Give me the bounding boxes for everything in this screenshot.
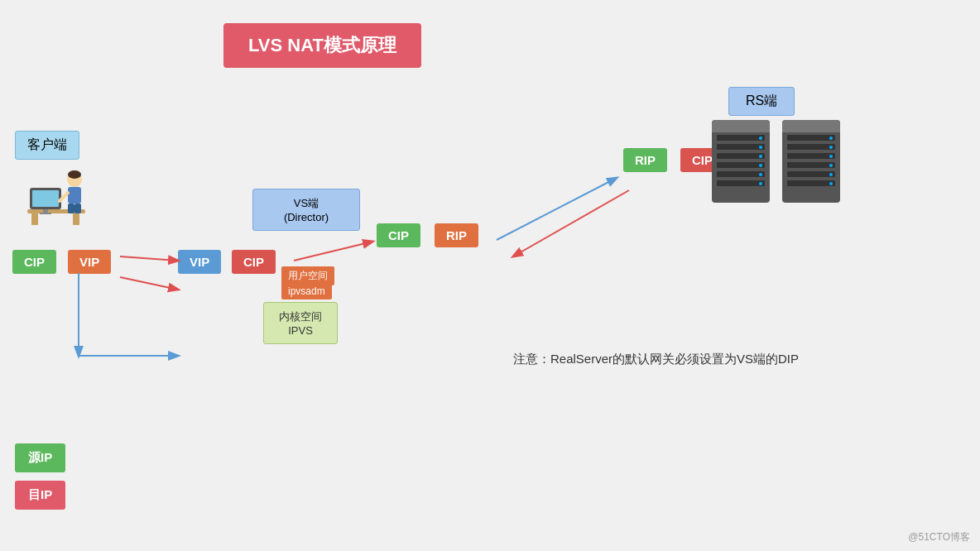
svg-point-8 (68, 170, 81, 179)
server-rack-2 (782, 120, 840, 203)
svg-rect-5 (43, 209, 48, 213)
diagram-arrows (0, 0, 980, 551)
page-title: LVS NAT模式原理 (223, 23, 421, 68)
watermark: @51CTO博客 (908, 530, 970, 544)
svg-line-15 (120, 256, 178, 261)
rs-label: RS端 (728, 87, 795, 116)
svg-line-16 (294, 242, 372, 261)
cip-mid-badge: CIP (377, 223, 420, 247)
kernel-space-box: 内核空间 IPVS (263, 302, 338, 344)
svg-rect-4 (32, 190, 59, 207)
svg-rect-6 (40, 213, 51, 214)
svg-line-18 (513, 190, 629, 256)
cip-client-badge: CIP (12, 250, 56, 274)
svg-rect-9 (68, 187, 81, 204)
vs-director-box: VS端 (Director) (252, 189, 360, 231)
rip-mid-badge: RIP (435, 223, 478, 247)
legend-dest-ip: 目IP (15, 481, 65, 510)
server-rack-1 (712, 120, 770, 203)
client-label: 客户端 (15, 131, 79, 160)
server-racks (712, 120, 840, 203)
vip-vs-badge: VIP (178, 250, 221, 274)
svg-rect-11 (68, 204, 74, 213)
svg-rect-1 (31, 213, 38, 225)
rip-rs-badge: RIP (623, 148, 667, 172)
cip-vs-badge: CIP (232, 250, 276, 274)
svg-rect-12 (74, 204, 81, 213)
note-text: 注意：RealServer的默认网关必须设置为VS端的DIP (513, 352, 799, 367)
client-character (23, 161, 89, 228)
vip-client-badge: VIP (68, 250, 111, 274)
ipvsadm-label: ipvsadm (281, 283, 332, 299)
svg-rect-2 (73, 213, 79, 225)
svg-line-17 (497, 178, 617, 240)
svg-line-19 (120, 277, 178, 290)
legend-source-ip: 源IP (15, 443, 65, 472)
